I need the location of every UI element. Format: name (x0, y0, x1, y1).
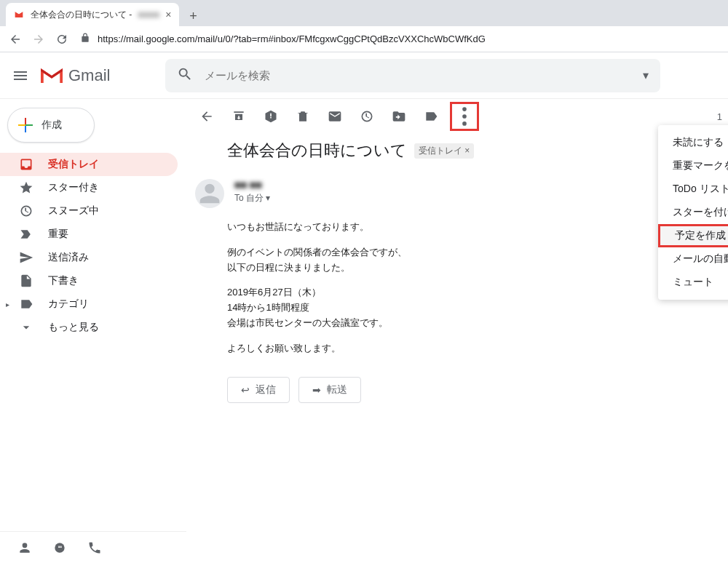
menu-item-0[interactable]: 未読にする (658, 131, 728, 154)
gmail-logo-text: Gmail (68, 66, 110, 85)
search-icon (177, 66, 193, 85)
sidebar-item-star[interactable]: スター付き (0, 176, 178, 199)
search-input[interactable] (205, 69, 631, 81)
label-chip[interactable]: 受信トレイ × (414, 143, 474, 159)
search-options-icon[interactable]: ▾ (643, 68, 649, 82)
sidebar-item-draft[interactable]: 下書き (0, 269, 178, 292)
label-icon (19, 297, 33, 311)
gmail-favicon (13, 9, 25, 20)
spam-icon[interactable] (264, 109, 278, 124)
lock-icon (80, 33, 90, 45)
move-icon[interactable] (392, 109, 406, 124)
person-icon[interactable] (17, 541, 32, 558)
address-bar: https://mail.google.com/mail/u/0/?tab=rm… (0, 26, 728, 52)
compose-label: 作成 (41, 119, 62, 132)
search-box[interactable]: ▾ (165, 59, 660, 92)
svg-point-5 (462, 121, 467, 126)
content-area: 1 未読にする重要マークを外すToDo リストに追加スターを付ける予定を作成メー… (186, 99, 728, 566)
sidebar-item-label: 下書き (48, 274, 79, 287)
tab-title: 全体会合の日時について - (31, 9, 132, 21)
plus-icon (18, 118, 33, 132)
draft-icon (19, 274, 33, 288)
sidebar-item-expand[interactable]: もっと見る (0, 316, 178, 339)
sidebar-item-label: スター付き (48, 181, 99, 194)
sidebar-item-label: 受信トレイ (48, 158, 99, 171)
more-button[interactable] (450, 102, 479, 131)
forward-icon: ➡ (312, 384, 321, 396)
message-count: 1 (717, 111, 728, 122)
svg-point-3 (462, 107, 467, 111)
main-menu-button[interactable] (12, 67, 29, 84)
sidebar: 作成 受信トレイスター付きスヌーズ中重要送信済み下書きカテゴリもっと見る (0, 99, 186, 566)
sidebar-item-label: 送信済み (48, 251, 89, 264)
archive-icon[interactable] (232, 109, 246, 124)
sidebar-item-important[interactable]: 重要 (0, 223, 178, 246)
sidebar-item-label: カテゴリ (48, 298, 89, 311)
body-paragraph: 2019年6月27日（木）14時から1時間程度会場は市民センターの大会議室です。 (227, 285, 728, 330)
tab-title-blur: xxxxx (138, 9, 159, 20)
clock-icon (19, 204, 33, 218)
mail-body: いつもお世話になっております。例のイベントの関係者の全体会合ですが、以下の日程に… (227, 220, 728, 356)
sidebar-item-sent[interactable]: 送信済み (0, 246, 178, 269)
hangouts-icon[interactable] (52, 541, 67, 558)
delete-icon[interactable] (296, 109, 310, 124)
snooze-icon[interactable] (360, 109, 374, 124)
forward-button (32, 31, 45, 47)
mail-toolbar: 1 (186, 99, 728, 134)
url-text[interactable]: https://mail.google.com/mail/u/0/?tab=rm… (98, 33, 486, 44)
inbox-icon (19, 157, 33, 172)
sidebar-footer (0, 531, 186, 566)
body-paragraph: いつもお世話になっております。 (227, 220, 728, 235)
mark-unread-icon[interactable] (328, 109, 342, 124)
gmail-logo[interactable]: Gmail (41, 66, 110, 85)
menu-item-5[interactable]: メールの自動振り分け設定 (658, 247, 728, 271)
star-icon (19, 180, 33, 195)
phone-icon[interactable] (87, 541, 102, 558)
body-paragraph: よろしくお願い致します。 (227, 341, 728, 356)
svg-point-4 (462, 114, 467, 119)
sidebar-item-label: もっと見る (48, 321, 99, 334)
reload-button[interactable] (55, 31, 68, 47)
new-tab-button[interactable]: + (183, 6, 204, 26)
important-icon (19, 227, 33, 242)
avatar (195, 179, 224, 208)
sent-icon (19, 250, 33, 265)
back-button[interactable] (9, 31, 22, 47)
menu-item-1[interactable]: 重要マークを外す (658, 154, 728, 178)
body-paragraph: 例のイベントの関係者の全体会合ですが、以下の日程に決まりました。 (227, 245, 728, 276)
expand-icon (19, 320, 33, 335)
menu-item-2[interactable]: ToDo リストに追加 (658, 178, 728, 201)
menu-item-6[interactable]: ミュート (658, 271, 728, 294)
sidebar-item-label: スヌーズ中 (48, 204, 99, 218)
back-icon[interactable] (199, 109, 214, 124)
reply-button[interactable]: ↩ 返信 (227, 377, 290, 403)
sidebar-item-clock[interactable]: スヌーズ中 (0, 199, 178, 223)
forward-button[interactable]: ➡ 転送 (298, 377, 361, 403)
reply-icon: ↩ (241, 384, 250, 396)
sidebar-item-label[interactable]: カテゴリ (0, 292, 178, 316)
gmail-header: Gmail ▾ (0, 52, 728, 99)
label-icon[interactable] (424, 109, 438, 124)
mail-subject: 全体会合の日時について (227, 140, 407, 162)
browser-tab[interactable]: 全体会合の日時について - xxxxx × (6, 3, 179, 26)
browser-tab-strip: 全体会合の日時について - xxxxx × + (0, 0, 728, 26)
more-menu: 未読にする重要マークを外すToDo リストに追加スターを付ける予定を作成メールの… (658, 125, 728, 300)
sidebar-item-label: 重要 (48, 228, 68, 241)
to-line[interactable]: To 自分 ▾ (234, 192, 270, 204)
tab-close-icon[interactable]: × (165, 9, 171, 20)
compose-button[interactable]: 作成 (7, 108, 95, 143)
menu-item-3[interactable]: スターを付ける (658, 201, 728, 224)
sidebar-item-inbox[interactable]: 受信トレイ (0, 153, 178, 176)
menu-item-4[interactable]: 予定を作成 (658, 224, 728, 247)
sender-name: ■■ ■■ (234, 179, 270, 191)
